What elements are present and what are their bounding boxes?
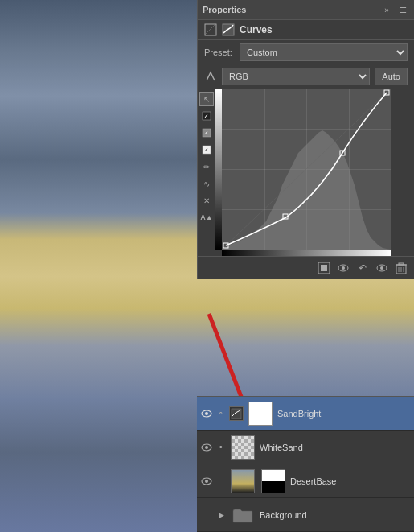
svg-point-18	[380, 266, 383, 270]
svg-rect-21	[399, 263, 404, 265]
svg-line-8	[222, 89, 391, 250]
svg-point-16	[342, 266, 345, 270]
curves-section-icon	[204, 23, 217, 36]
background-folder-icon	[231, 505, 255, 525]
properties-icons: » ☰	[380, 3, 409, 16]
preset-label: Preset:	[204, 47, 235, 57]
trash-toolbar-icon[interactable]	[393, 260, 409, 276]
channel-icon[interactable]	[204, 70, 217, 83]
eyedropper-gray-tool[interactable]	[199, 126, 214, 140]
pointer-tool[interactable]: ↖	[199, 92, 214, 106]
background-name: Background	[260, 510, 411, 520]
channel-row: RGB Auto	[198, 64, 414, 89]
curves-title: Curves	[240, 24, 273, 35]
whitesand-visibility[interactable]	[200, 441, 213, 454]
svg-point-29	[205, 446, 208, 449]
tools-sidebar: ↖ ✏ ∿ ✕ A▲	[198, 89, 215, 256]
text-adj-tool[interactable]: A▲	[199, 210, 214, 225]
horizontal-gradient-bar	[222, 250, 391, 256]
eye-toolbar-icon[interactable]	[335, 260, 351, 276]
bottom-gradient-row	[215, 250, 391, 256]
expand-icon[interactable]: »	[380, 3, 393, 16]
whitesand-name: WhiteSand	[260, 443, 411, 452]
desertbase-link	[216, 476, 226, 486]
desertbase-mask	[261, 469, 285, 493]
background-expand[interactable]: ▶	[216, 510, 226, 520]
curves-section-header: Curves	[198, 20, 414, 40]
layers-panel: ⚬ SandBright ⚬ WhiteSand	[197, 396, 414, 532]
auto-button[interactable]: Auto	[375, 68, 408, 85]
graph-with-side	[215, 89, 391, 250]
graph-area	[215, 89, 391, 256]
curves-line	[222, 89, 391, 250]
eyedropper-black-tool[interactable]	[199, 109, 214, 123]
visibility-toolbar-icon[interactable]	[374, 260, 390, 276]
eyedropper-white-tool[interactable]	[199, 142, 214, 157]
sandbright-visibility[interactable]	[200, 407, 213, 420]
properties-panel: Properties » ☰ Curves Preset: Custom	[197, 0, 414, 279]
layer-desertbase[interactable]: DesertBase	[197, 464, 414, 498]
pencil-tool[interactable]: ✏	[199, 159, 214, 174]
curves-bottom-toolbar: ↶	[198, 256, 414, 279]
svg-rect-2	[205, 24, 216, 35]
desertbase-name: DesertBase	[290, 476, 411, 486]
properties-title: Properties	[203, 5, 246, 14]
layer-sandbright[interactable]: ⚬ SandBright	[197, 397, 414, 431]
vertical-gradient-bar	[215, 89, 222, 250]
curves-body: ↖ ✏ ∿ ✕ A▲	[198, 89, 414, 256]
channel-select[interactable]: RGB	[222, 68, 370, 85]
smooth-tool[interactable]: ∿	[199, 176, 214, 191]
svg-point-26	[205, 412, 208, 415]
preset-select[interactable]: Custom	[240, 43, 408, 61]
menu-icon[interactable]: ☰	[396, 3, 409, 16]
sandbright-adj-icon	[229, 406, 244, 421]
layer-background[interactable]: ▶ Background	[197, 498, 414, 532]
preset-row: Preset: Custom	[198, 40, 414, 64]
delete-tool[interactable]: ✕	[199, 193, 214, 208]
curves-graph[interactable]	[222, 89, 391, 250]
layer-whitesand[interactable]: ⚬ WhiteSand	[197, 431, 414, 464]
sandbright-mask	[248, 402, 273, 426]
sandbright-name: SandBright	[277, 409, 411, 419]
svg-point-31	[205, 480, 208, 483]
undo-toolbar-icon[interactable]: ↶	[355, 260, 371, 276]
properties-header: Properties » ☰	[198, 0, 414, 20]
corner-spacer	[215, 250, 222, 256]
whitesand-link: ⚬	[216, 443, 226, 452]
desertbase-thumb	[231, 469, 255, 493]
background-visibility[interactable]	[200, 509, 213, 522]
svg-rect-14	[321, 265, 327, 271]
mask-toolbar-icon[interactable]	[316, 260, 332, 276]
whitesand-thumb	[231, 435, 255, 460]
curves-adj-icon	[222, 23, 235, 36]
sandbright-link: ⚬	[216, 409, 226, 419]
desertbase-visibility[interactable]	[200, 475, 213, 488]
svg-line-3	[205, 24, 215, 35]
